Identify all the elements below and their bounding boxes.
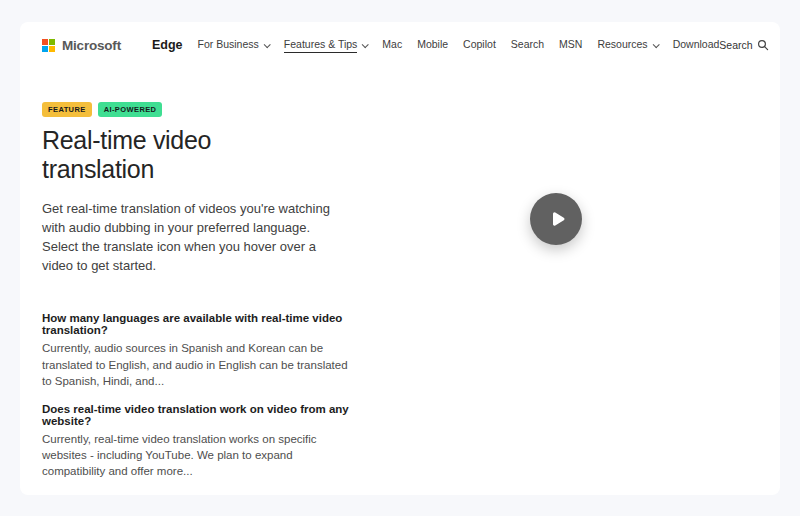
microsoft-logo-square-yellow <box>49 46 55 52</box>
faq-section: How many languages are available with re… <box>42 312 358 495</box>
nav-item-label: Features & Tips <box>284 38 358 53</box>
feature-description: Get real-time translation of videos you'… <box>42 199 346 275</box>
faq-item: How many languages are available with re… <box>42 312 358 388</box>
nav-item-label: Mac <box>382 38 402 53</box>
feature-badge: FEATURE <box>42 102 92 117</box>
nav-item-label: For Business <box>198 38 259 53</box>
badge-row: FEATURE AI-POWERED <box>42 102 780 117</box>
page-title: Real-time video translation <box>42 126 277 183</box>
header-right: Search Download Edge <box>719 33 780 57</box>
microsoft-logo-square-green <box>49 39 55 45</box>
microsoft-wordmark[interactable]: Microsoft <box>62 38 121 53</box>
chevron-down-icon <box>263 41 270 48</box>
nav-item-label: MSN <box>559 38 582 53</box>
main-content: FEATURE AI-POWERED Real-time video trans… <box>20 56 780 495</box>
faq-answer: Currently, audio sources in Spanish and … <box>42 340 358 388</box>
nav-item-label: Download <box>673 38 720 53</box>
faq-question: How many languages are available with re… <box>42 312 358 336</box>
chevron-down-icon <box>652 41 659 48</box>
microsoft-logo-square-blue <box>42 46 48 52</box>
ai-powered-badge: AI-POWERED <box>98 102 163 117</box>
nav-item-label: Search <box>511 38 544 53</box>
nav-item-msn[interactable]: MSN <box>559 38 582 53</box>
nav-menu: For Business Features & Tips Mac Mobile … <box>198 38 720 53</box>
chevron-down-icon <box>362 41 369 48</box>
search-icon <box>757 39 769 51</box>
nav-item-resources[interactable]: Resources <box>597 38 657 53</box>
nav-item-label: Copilot <box>463 38 496 53</box>
page-card: Microsoft Edge For Business Features & T… <box>20 22 780 495</box>
play-icon <box>548 209 568 229</box>
nav-item-search[interactable]: Search <box>511 38 544 53</box>
microsoft-logo-square-red <box>42 39 48 45</box>
top-navigation: Microsoft Edge For Business Features & T… <box>20 22 780 56</box>
edge-wordmark[interactable]: Edge <box>152 38 183 52</box>
microsoft-logo-icon[interactable] <box>42 39 55 52</box>
nav-item-copilot[interactable]: Copilot <box>463 38 496 53</box>
nav-item-features-tips[interactable]: Features & Tips <box>284 38 368 53</box>
nav-item-mobile[interactable]: Mobile <box>417 38 448 53</box>
nav-item-mac[interactable]: Mac <box>382 38 402 53</box>
nav-item-label: Mobile <box>417 38 448 53</box>
video-play-button[interactable] <box>530 193 582 245</box>
nav-item-for-business[interactable]: For Business <box>198 38 269 53</box>
faq-question: Does real-time video translation work on… <box>42 403 358 427</box>
nav-item-download[interactable]: Download <box>673 38 720 53</box>
search-label: Search <box>719 39 752 51</box>
faq-answer: Currently, real-time video translation w… <box>42 431 358 479</box>
header-search-button[interactable]: Search <box>719 39 768 51</box>
faq-item: Does real-time video translation work on… <box>42 403 358 479</box>
nav-item-label: Resources <box>597 38 647 53</box>
